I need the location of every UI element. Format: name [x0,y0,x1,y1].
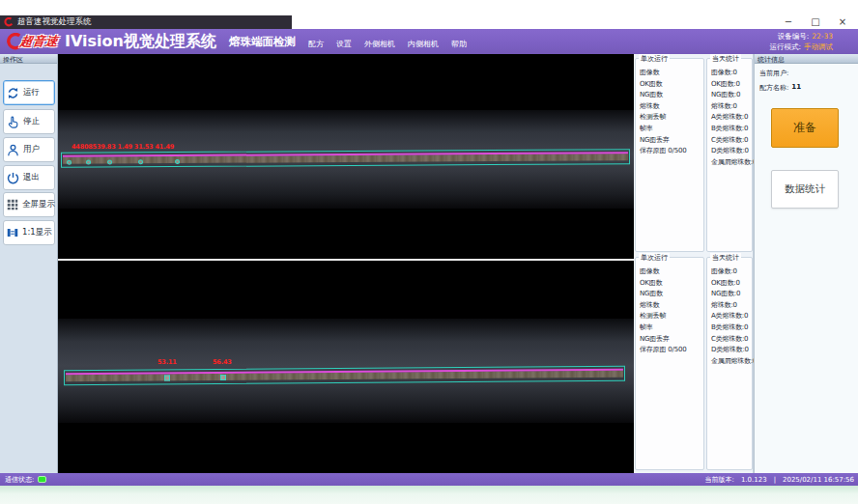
daily-stats-group-1: 当天统计 图像数:0 OK图数:0 NG图数:0 熔珠数:0 A类熔珠数:0 B… [706,58,753,252]
stat-row: A类熔珠数:0 [711,112,752,124]
stat-row: 图像数:0 [711,266,752,278]
stat-row: D类熔珠数:0 [711,146,752,157]
stat-row: 图像数 [640,266,703,278]
exit-button-label: 退出 [23,172,40,183]
stat-row: C类熔珠数:0 [711,135,752,147]
version-label: 当前版本: [705,475,734,485]
device-id-label: 设备编号: [778,31,810,42]
close-button[interactable]: × [829,15,856,29]
user-button[interactable]: 用户 [3,137,55,162]
stat-row: OK图数 [640,278,703,290]
stat-row: OK图数 [640,79,703,91]
stat-row: D类熔珠数:0 [711,345,752,356]
run-mode-value: 手动调试 [804,42,833,52]
stat-row: C类熔珠数:0 [711,334,752,346]
user-button-label: 用户 [23,144,40,155]
one-to-one-button[interactable]: 1:1显示 [3,220,55,245]
defect-marker [175,159,180,164]
status-bar: 通信状态: 当前版本: 1.0.123 | 2025/02/11 16:57:5… [0,473,858,486]
statistics-info-panel: 统计信息 当前用户: 配方名称: 11 准备 数据统计 [754,54,858,473]
defect-marker [220,375,226,380]
titlebar: 超音速视觉处理系统 − □ × [0,0,858,29]
outer-camera-viewport[interactable]: 44808539.83 1.49 31.53 41.49 [58,54,634,259]
inner-camera-viewport[interactable]: 53.11 56.43 [58,261,634,473]
user-icon [6,143,20,157]
menu-item-help[interactable]: 帮助 [451,39,467,49]
stat-row: NG图丢弃 [640,135,703,147]
stat-row: 检测丢帧 [640,311,703,322]
status-separator: | [774,476,776,484]
stat-row: 熔珠数:0 [711,101,752,113]
stat-row: OK图数:0 [711,278,752,290]
menu-item-inner-camera[interactable]: 内侧相机 [408,39,439,49]
stat-row: 检测丢帧 [640,112,703,124]
sidebar-title: 操作区 [0,54,57,64]
run-mode-label: 运行模式: [769,42,801,52]
stat-row: 金属屑熔珠数:0 [711,356,752,368]
stat-row: B类熔珠数:0 [711,124,752,135]
version-value: 1.0.123 [741,476,767,484]
single-run-group-2: 单次运行 图像数 OK图数 NG图数 熔珠数 检测丢帧 帧率 NG图丢弃 保存原… [635,257,704,470]
measurement-text: 44808539.83 1.49 31.53 41.49 [72,143,174,151]
window-controls: − □ × [775,15,856,29]
menu-item-outer-camera[interactable]: 外侧相机 [364,39,395,49]
measurement-label: 56.43 [213,358,232,366]
run-button[interactable]: 运行 [3,80,55,105]
defect-marker [107,159,112,164]
stat-row: 保存原图 0/500 [640,345,703,356]
stat-row: 熔珠数 [640,300,703,312]
current-user-label: 当前用户: [759,69,788,78]
stop-button-label: 停止 [23,116,40,127]
one-to-one-icon [6,226,19,239]
main-menu: 配方 设置 外侧相机 内侧相机 帮助 [308,39,467,49]
group-title: 单次运行 [639,253,670,263]
stat-row: 帧率 [640,322,703,334]
brand-logo: 超音速 [5,33,58,50]
recipe-name-label: 配方名称: [759,83,788,93]
right-panel-title: 统计信息 [755,54,858,64]
defect-marker [67,160,72,165]
stat-row: 图像数 [640,68,703,79]
stat-row: OK图数:0 [711,79,752,91]
stat-row: 熔珠数:0 [711,300,752,312]
app-icon [4,17,14,27]
stop-button[interactable]: 停止 [3,109,55,134]
defect-marker [86,160,91,165]
stat-row: 保存原图 0/500 [640,146,703,157]
group-title: 当天统计 [710,54,741,64]
menu-item-settings[interactable]: 设置 [336,39,352,49]
maximize-button[interactable]: □ [802,15,829,29]
prepare-button[interactable]: 准备 [771,108,839,148]
app-subtitle: 熔珠端面检测 [229,35,296,49]
stat-row: A类熔珠数:0 [711,311,752,322]
stat-row: NG图丢弃 [640,334,703,346]
fullscreen-button[interactable]: 全屏显示 [3,192,55,217]
run-button-label: 运行 [23,87,40,98]
hand-stop-icon [6,115,20,129]
one-to-one-button-label: 1:1显示 [22,227,52,238]
stat-row: 图像数:0 [711,68,752,79]
defect-marker [164,375,170,380]
stat-row: 金属屑熔珠数:0 [711,157,752,169]
power-icon [6,171,20,185]
minimize-button[interactable]: − [775,15,802,29]
single-run-group-1: 单次运行 图像数 OK图数 NG图数 熔珠数 检测丢帧 帧率 NG图丢弃 保存原… [635,58,704,252]
window-title: 超音速视觉处理系统 [17,16,92,28]
comm-status-label: 通信状态: [5,475,34,485]
exit-button[interactable]: 退出 [3,165,55,190]
group-title: 单次运行 [639,54,670,64]
stat-row: NG图数:0 [711,289,752,300]
daily-stats-group-2: 当天统计 图像数:0 OK图数:0 NG图数:0 熔珠数:0 A类熔珠数:0 B… [706,257,753,470]
data-statistics-button[interactable]: 数据统计 [771,170,839,209]
recipe-name-value: 11 [791,83,801,93]
device-info: 设备编号: 22-33 运行模式: 手动调试 [769,31,833,52]
bottom-strip [0,486,858,504]
stat-row: 熔珠数 [640,101,703,113]
app-header: 超音速 IVision视觉处理系统 熔珠端面检测 配方 设置 外侧相机 内侧相机… [0,29,858,54]
app-title: IVision视觉处理系统 [65,32,216,52]
menu-item-recipe[interactable]: 配方 [308,39,324,49]
titlebar-left: 超音速视觉处理系统 [0,15,292,29]
stat-row: NG图数 [640,90,703,101]
stat-row: B类熔珠数:0 [711,322,752,334]
run-icon [6,86,20,100]
